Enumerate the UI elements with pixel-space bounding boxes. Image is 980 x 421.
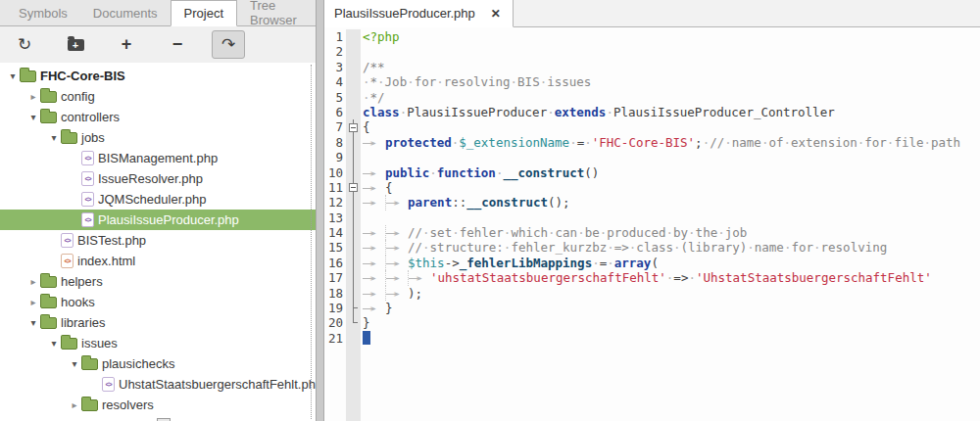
fold-marker[interactable] (346, 180, 361, 195)
line-number: 10 (324, 165, 343, 180)
code-line-10: →public·function·__construct() (363, 165, 980, 180)
new-folder-button[interactable]: + (59, 30, 92, 59)
chevron-down-icon[interactable]: ▾ (68, 358, 81, 369)
tab-indent-icon: → (408, 270, 430, 285)
sidebar-tab-bar: SymbolsDocumentsProjectTree Browser (0, 0, 316, 26)
code-area[interactable]: <?php/**·*·Job·for·resolving·BIS·issues·… (361, 29, 980, 421)
expand-all-button[interactable]: + (110, 30, 143, 59)
tree-item-issues[interactable]: ▾issues (0, 333, 316, 353)
fold-marker (346, 240, 361, 255)
tab-indent-icon: → (363, 180, 385, 195)
editor-tab-bar: PlausiIssueProducer.php ✕ (324, 0, 980, 27)
close-icon[interactable]: ✕ (491, 7, 501, 21)
tree-item-jqmscheduler-php[interactable]: <>JQMScheduler.php (0, 189, 316, 210)
code-line-7: { (363, 119, 980, 134)
tab-indent-icon: → (363, 301, 385, 315)
folder-icon (81, 399, 98, 411)
fold-marker (346, 210, 361, 225)
line-number: 3 (324, 60, 343, 74)
ide-window: SymbolsDocumentsProjectTree Browser ↻++−… (0, 0, 980, 421)
tree-item-libraries[interactable]: ▾libraries (0, 312, 316, 333)
line-number: 9 (324, 150, 343, 164)
php-file-icon: <> (61, 233, 74, 248)
tree-item-label: libraries (61, 315, 106, 330)
chevron-right-icon[interactable]: ▸ (26, 276, 40, 287)
tree-item-fhc-core-bis[interactable]: ▾FHC-Core-BIS (0, 66, 316, 86)
tree-item-label: plausichecks (102, 356, 174, 371)
editor-tab-plausiissueproducer[interactable]: PlausiIssueProducer.php ✕ (324, 0, 514, 27)
code-line-1: <?php (363, 29, 980, 44)
line-number: 4 (324, 74, 343, 89)
tab-indent-icon: → (385, 270, 408, 285)
chevron-right-icon[interactable]: ▸ (26, 297, 40, 307)
folder-icon (81, 358, 98, 370)
collapse-all-button[interactable]: − (161, 30, 194, 59)
tree-item-label: hooks (61, 295, 95, 309)
sidebar-tab-tree-browser[interactable]: Tree Browser (237, 0, 316, 25)
pane-splitter[interactable] (316, 0, 324, 421)
chevron-down-icon[interactable]: ▾ (47, 132, 61, 143)
tab-indent-icon: → (363, 195, 385, 210)
editor-tab-label: PlausiIssueProducer.php (334, 6, 475, 21)
tree-item-helpers[interactable]: ▸helpers (0, 271, 316, 292)
tree-item-issueresolver-php[interactable]: <>IssueResolver.php (0, 168, 316, 189)
code-line-4: ·*·Job·for·resolving·BIS·issues (363, 74, 980, 89)
line-number: 15 (324, 240, 343, 255)
tab-indent-icon: → (385, 256, 408, 270)
line-number: 16 (324, 256, 343, 270)
fold-margin-cell (346, 44, 361, 59)
code-line-11: →{ (363, 180, 980, 195)
code-line-14: →→//·set·fehler·which·can·be·produced·by… (363, 225, 980, 240)
tree-item-config[interactable]: ▸config (0, 86, 316, 107)
tree-item-label: config (61, 89, 95, 104)
tree-item-controllers[interactable]: ▾controllers (0, 107, 316, 127)
tree-item-plausichecks[interactable]: ▾plausichecks (0, 353, 316, 374)
fold-marker[interactable] (346, 119, 361, 134)
tab-indent-icon: → (385, 195, 408, 210)
tab-indent-icon: → (385, 286, 408, 301)
fold-margin-cell (346, 60, 361, 74)
tree-item-label: UhstatStaatsbuergerschaftFehlt.php (119, 377, 316, 392)
tree-item-label: JQMScheduler.php (98, 192, 207, 207)
sidebar-tab-symbols[interactable]: Symbols (6, 0, 80, 25)
tree-item-label: BISTest.php (77, 233, 146, 248)
tree-item-plausiissueproducer-php[interactable]: <>PlausiIssueProducer.php (0, 210, 316, 230)
fold-marker (346, 225, 361, 240)
tree-item-hooks[interactable]: ▸hooks (0, 292, 316, 312)
tree-item-label: resolvers (102, 398, 154, 412)
folder-icon (40, 297, 57, 308)
chevron-right-icon[interactable]: ▸ (68, 399, 81, 410)
tree-item-bistest-php[interactable]: <>BISTest.php (0, 230, 316, 251)
code-line-16: →→$this->_fehlerLibMappings·=·array( (363, 256, 980, 270)
tree-item-jobs[interactable]: ▾jobs (0, 127, 316, 148)
tree-item-index-html[interactable]: <>index.html (0, 251, 316, 271)
php-file-icon: <> (81, 212, 94, 227)
code-line-20: } (363, 315, 980, 330)
sidebar-tab-documents[interactable]: Documents (80, 0, 171, 25)
tab-indent-icon: → (363, 240, 385, 255)
follow-current-file-button[interactable]: ↷ (212, 30, 245, 59)
chevron-down-icon[interactable]: ▾ (47, 338, 61, 349)
sidebar-tab-project[interactable]: Project (171, 0, 237, 26)
folder-icon (40, 276, 57, 288)
refresh-button[interactable]: ↻ (8, 30, 41, 59)
tree-item-bismanagement-php[interactable]: <>BISManagement.php (0, 148, 316, 168)
fold-marker (346, 150, 361, 164)
line-number: 7 (324, 119, 343, 134)
fold-margin-cell (346, 29, 361, 44)
folder-icon (61, 132, 77, 144)
tree-item-uhstatstaatsbuergerschaftfehlt-php[interactable]: <>UhstatStaatsbuergerschaftFehlt.php (0, 374, 316, 395)
fold-margin-cell (346, 331, 361, 346)
chevron-down-icon[interactable]: ▾ (26, 112, 40, 122)
sidebar-panel: SymbolsDocumentsProjectTree Browser ↻++−… (0, 0, 316, 421)
chevron-down-icon[interactable]: ▾ (26, 317, 40, 328)
line-number: 17 (324, 270, 343, 285)
code-line-2 (363, 44, 980, 59)
code-line-17: →→→'uhstatStaatsbuergerschaftFehlt'·=>·'… (363, 270, 980, 285)
chevron-right-icon[interactable]: ▸ (26, 91, 40, 102)
chevron-down-icon[interactable]: ▾ (6, 70, 20, 81)
tree-item-resolvers[interactable]: ▸resolvers (0, 395, 316, 415)
code-line-19: →} (363, 301, 980, 315)
line-number: 2 (324, 44, 343, 59)
tree-item-label: controllers (61, 110, 120, 124)
